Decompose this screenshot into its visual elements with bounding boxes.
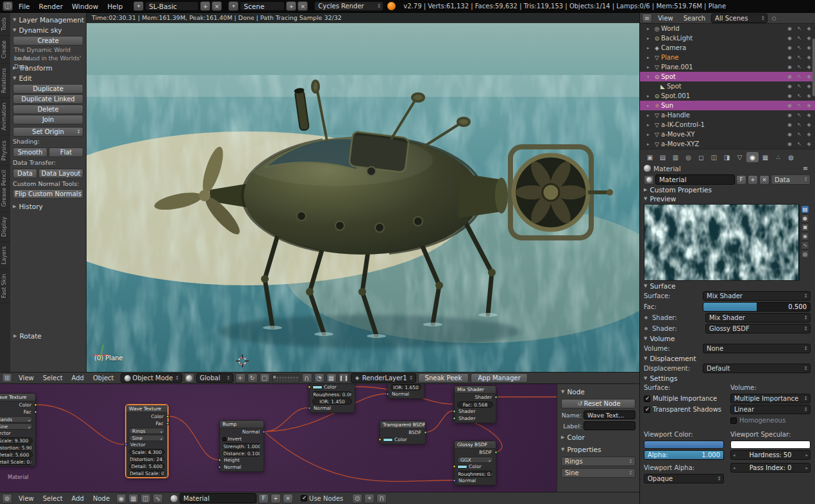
panel-surface[interactable]: Surface	[644, 282, 811, 290]
node-title[interactable]: Glossy BSDF	[455, 441, 496, 449]
create-dynamic-sky-button[interactable]: Create	[13, 36, 83, 46]
node-socket[interactable]	[166, 422, 169, 425]
pin-node-tree-icon[interactable]	[352, 494, 362, 503]
transparent-shadows-checkbox[interactable]	[644, 407, 650, 413]
compositing-nodes-toggle-icon[interactable]	[128, 494, 139, 503]
data-transfer-button[interactable]: Data	[13, 169, 37, 178]
object-name[interactable]: World	[661, 25, 786, 32]
outliner-row-sun[interactable]: Sun	[640, 101, 815, 110]
multiple-importance-checkbox[interactable]	[644, 396, 650, 402]
editor-type-node-icon[interactable]	[2, 494, 12, 503]
object-name[interactable]: BackLight	[661, 35, 786, 42]
unlink-material-button[interactable]	[759, 175, 769, 185]
object-name[interactable]: a-Move-XY	[661, 131, 786, 138]
node-menu-row[interactable]: Bands	[0, 416, 33, 423]
flip-custom-normals-button[interactable]: Flip Custom Normals	[13, 189, 83, 199]
expander-icon[interactable]	[647, 142, 653, 147]
tool-shelf-tab[interactable]: Fast Skin	[0, 269, 10, 303]
panel-displacement[interactable]: Displacement	[644, 355, 811, 362]
node-socket[interactable]	[308, 407, 311, 410]
screen-layout-browse-icon[interactable]	[133, 1, 144, 11]
multiple-importance-row[interactable]: Multiple Importance	[644, 394, 724, 403]
node-socket[interactable]	[124, 443, 128, 446]
add-scene-button[interactable]	[286, 1, 296, 11]
node-socket[interactable]	[218, 458, 221, 462]
manipulator-rotate-icon[interactable]	[248, 373, 258, 383]
menubar-item[interactable]: Node	[88, 495, 114, 502]
3d-viewport[interactable]: Time:02:30.31 | Mem:161.39M, Peak:161.40…	[87, 13, 639, 372]
properties-tab-data[interactable]	[734, 152, 746, 162]
edit-operator-button[interactable]: Join	[13, 115, 83, 124]
panel-history[interactable]: History	[13, 201, 83, 212]
properties-tab-texture[interactable]	[759, 152, 771, 162]
outliner-row-mesh[interactable]: a-Move-XYZ	[640, 139, 815, 149]
wave-type-dropdown[interactable]: Rings	[561, 457, 635, 466]
shader-node[interactable]: ColorRoughness: 0.062IOR: 1.450Normal	[309, 384, 355, 413]
outliner-search-menu[interactable]: Search	[679, 15, 710, 22]
shader-nodes-toggle-icon[interactable]	[116, 494, 126, 503]
visibility-eye-icon[interactable]	[786, 26, 794, 31]
preview-hair-icon[interactable]: ∿	[801, 241, 809, 249]
menubar-item[interactable]: Object	[88, 374, 119, 382]
visibility-eye-icon[interactable]	[786, 112, 794, 118]
node-title[interactable]: Wave Texture	[0, 394, 35, 401]
menubar-item[interactable]: Render	[35, 3, 67, 10]
node-socket[interactable]	[453, 417, 456, 420]
new-material-button[interactable]	[748, 175, 758, 185]
material-name-field[interactable]: Material	[655, 174, 735, 185]
selectability-arrow-icon[interactable]	[795, 141, 803, 147]
selectability-arrow-icon[interactable]	[795, 93, 803, 99]
renderability-camera-icon[interactable]	[805, 141, 813, 147]
shader2-dropdown[interactable]: Glossy BSDF	[705, 324, 811, 333]
wave-profile-dropdown[interactable]: Sine	[561, 468, 635, 478]
shader-node[interactable]: Glossy BSDFBSDFGGXColorRoughness: 0.000N…	[454, 441, 496, 485]
selectability-arrow-icon[interactable]	[795, 35, 803, 41]
properties-tab-scene[interactable]	[669, 152, 682, 162]
visibility-eye-icon[interactable]	[786, 103, 794, 108]
outliner-display-dropdown[interactable]: All Scenes	[711, 13, 768, 23]
pass-index-field[interactable]: Pass Index:0	[730, 463, 811, 473]
fake-user-button[interactable]: F	[258, 494, 269, 503]
new-material-button[interactable]	[271, 494, 281, 503]
use-nodes-checkbox[interactable]	[301, 495, 307, 501]
shader-node[interactable]: Mix ShaderShaderFac: 0.568ShaderShader	[454, 385, 496, 423]
node-swin-row[interactable]: Color	[457, 464, 493, 470]
material-browse-icon[interactable]	[644, 175, 654, 185]
node-swin-row[interactable]: Color	[383, 437, 423, 443]
mode-dropdown[interactable]: Object Mode	[121, 373, 182, 383]
properties-tab-physics[interactable]	[785, 152, 797, 162]
selectability-arrow-icon[interactable]	[795, 103, 803, 108]
node-val-row[interactable]: Detail: 5.600	[129, 463, 165, 469]
app-manager-button[interactable]: App Manager	[471, 373, 528, 383]
expander-icon[interactable]	[647, 46, 653, 51]
node-title[interactable]: Bump	[220, 421, 264, 428]
preview-world-icon[interactable]: ◍	[801, 250, 809, 258]
transform-orientation-dropdown[interactable]: Global	[196, 373, 233, 383]
volume-sampling-dropdown[interactable]: Multiple Importance	[730, 394, 811, 403]
tool-shelf-tab[interactable]: Animation	[0, 98, 10, 135]
surface-shader-dropdown[interactable]: Mix Shader	[703, 291, 811, 301]
alpha-slider[interactable]: Alpha:1.000	[644, 450, 724, 460]
visibility-eye-icon[interactable]	[786, 45, 794, 51]
object-name[interactable]: a-Move-XYZ	[661, 140, 786, 147]
tool-shelf-tab[interactable]: Display	[0, 212, 10, 242]
shade-flat-button[interactable]: Flat	[49, 147, 83, 157]
selectability-arrow-icon[interactable]	[795, 45, 803, 51]
volume-interpolation-dropdown[interactable]: Linear	[730, 405, 811, 414]
visibility-eye-icon[interactable]	[786, 131, 794, 137]
tool-shelf-tab[interactable]: Grease Pencil	[0, 165, 10, 212]
shader-node[interactable]: Wave TextureColorFacRingsSineVectorScale…	[126, 405, 168, 478]
expander-icon[interactable]	[647, 132, 653, 137]
object-name[interactable]: Plane	[661, 54, 786, 61]
renderability-camera-icon[interactable]	[805, 26, 813, 31]
panel-color[interactable]: Color	[561, 432, 635, 442]
node-socket[interactable]	[34, 410, 37, 414]
node-socket[interactable]	[424, 431, 427, 434]
node-val-row[interactable]: Fac: 0.568	[457, 401, 493, 408]
homogeneous-row[interactable]: Homogeneous	[730, 416, 811, 425]
outliner-row-lamp[interactable]: Spot.001	[640, 91, 815, 101]
node-title[interactable]: Transparent BSDF	[380, 421, 425, 429]
node-val-row[interactable]: Detail Scale: 0.800	[129, 470, 165, 476]
node-socket[interactable]	[453, 479, 456, 482]
panel-volume[interactable]: Volume	[644, 335, 811, 342]
